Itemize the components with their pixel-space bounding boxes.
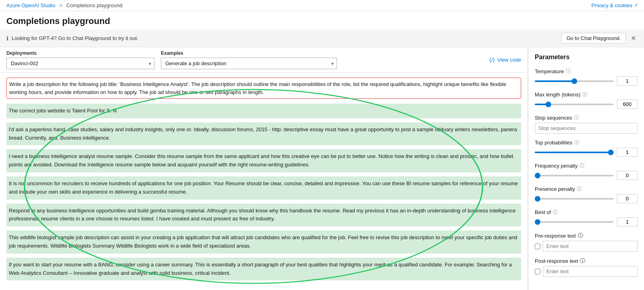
post-response-input[interactable] [543,266,638,277]
content-block-4: It is not uncommon for recruiters to rec… [6,176,521,200]
external-link-icon: ↗ [634,3,638,8]
examples-select[interactable]: Generate a job description [161,58,337,69]
max-length-label: Max length (tokens) [535,92,580,98]
info-banner: ℹ Looking for GPT-4? Go to Chat Playgrou… [0,30,644,47]
best-of-param: Best of ⓘ [535,209,638,226]
max-length-label-row: Max length (tokens) ⓘ [535,91,638,98]
freq-penalty-info-icon[interactable]: ⓘ [580,162,584,169]
pres-penalty-label-row: Presence penalty ⓘ [535,186,638,192]
deployments-wrapper: Davinci-002 ▾ [6,58,154,69]
temperature-param: Temperature ⓘ [535,68,638,86]
freq-penalty-slider[interactable] [535,175,614,176]
freq-penalty-value[interactable] [617,171,638,180]
main-layout: Deployments Davinci-002 ▾ Examples Gener… [0,47,644,290]
top-prob-label-row: Top probabilities ⓘ [535,139,638,146]
selectors-row: Deployments Davinci-002 ▾ Examples Gener… [0,47,528,73]
post-response-param: Post-response text ⓘ [535,257,638,277]
top-prob-label: Top probabilities [535,140,572,146]
temperature-label: Temperature [535,68,564,74]
temperature-slider[interactable] [535,80,614,82]
post-response-label: Post-response text [535,258,578,264]
pre-response-input-row [535,241,638,252]
top-prob-slider-row [535,148,638,157]
deployments-select[interactable]: Davinci-002 [6,58,154,69]
max-length-slider[interactable] [535,104,614,105]
max-length-value[interactable] [617,100,638,109]
stop-sequences-label-row: Stop sequences ⓘ [535,114,638,121]
pre-response-param: Pre-response text ⓘ [535,232,638,252]
deployments-label: Deployments [6,50,154,56]
top-probabilities-param: Top probabilities ⓘ [535,139,638,157]
info-icon: ℹ [6,35,8,42]
top-prob-value[interactable] [617,148,638,157]
best-of-value[interactable] [617,217,638,226]
pres-penalty-label: Presence penalty [535,186,575,192]
top-bar: Azure OpenAI Studio > Completions playgr… [0,0,644,11]
max-length-param: Max length (tokens) ⓘ [535,91,638,109]
post-response-input-row [535,266,638,277]
privacy-link[interactable]: Privacy & cookies ↗ [591,2,638,8]
freq-penalty-slider-row [535,171,638,180]
pre-response-input[interactable] [543,241,638,252]
stop-sequences-param: Stop sequences ⓘ [535,114,638,134]
page-title: Completions playground [6,16,638,26]
post-response-info-icon[interactable]: ⓘ [580,257,585,264]
breadcrumb-parent[interactable]: Azure OpenAI Studio [6,2,55,8]
best-of-slider[interactable] [535,221,614,223]
right-panel: Parameters Temperature ⓘ Max length (tok… [528,47,644,290]
pres-penalty-slider-row [535,194,638,203]
temperature-label-row: Temperature ⓘ [535,68,638,75]
code-icon: ⟨/⟩ [489,57,495,63]
stop-sequences-input[interactable] [535,123,638,134]
best-of-info-icon[interactable]: ⓘ [553,209,558,216]
pre-response-label: Pre-response text [535,233,576,239]
temperature-value[interactable] [617,76,638,86]
max-length-info-icon[interactable]: ⓘ [582,91,587,98]
post-response-checkbox[interactable] [535,269,540,274]
pres-penalty-value[interactable] [617,194,638,203]
content-block-1: The correct jobs website is Talent Pool … [6,104,521,118]
content-block-3: I need a business intelligence analyst r… [6,149,521,172]
breadcrumb-current: Completions playground [66,2,122,8]
page-header: Completions playground [0,11,644,30]
breadcrumb-separator: > [59,2,62,8]
top-prob-info-icon[interactable]: ⓘ [574,139,579,146]
left-panel: Deployments Davinci-002 ▾ Examples Gener… [0,47,528,290]
content-area[interactable]: Write a job description for the followin… [0,73,528,290]
frequency-penalty-param: Frequency penalty ⓘ [535,162,638,180]
pre-response-label-row: Pre-response text ⓘ [535,232,638,239]
content-block-7: If you want to start your resume with a … [6,258,521,281]
examples-group: Examples Generate a job description ▾ [161,50,337,69]
temperature-info-icon[interactable]: ⓘ [566,68,571,75]
examples-label: Examples [161,50,337,56]
close-banner-button[interactable]: ✕ [629,34,638,42]
post-response-label-row: Post-response text ⓘ [535,257,638,264]
stop-sequences-label: Stop sequences [535,115,572,121]
examples-wrapper: Generate a job description ▾ [161,58,337,69]
deployments-group: Deployments Davinci-002 ▾ [6,50,154,69]
go-to-chat-button[interactable]: Go to Chat Playground. [561,33,626,44]
temperature-slider-row [535,76,638,86]
pres-penalty-info-icon[interactable]: ⓘ [577,186,582,192]
best-of-label: Best of [535,209,551,215]
content-block-2: I'd ask a paperless hand, case studies, … [6,122,521,146]
prompt-block: Write a job description for the followin… [6,78,521,99]
top-prob-slider[interactable] [535,152,614,153]
content-block-5: Respond to any business intelligence opp… [6,204,521,227]
stop-sequences-info-icon[interactable]: ⓘ [574,114,579,121]
best-of-label-row: Best of ⓘ [535,209,638,216]
parameters-title: Parameters [535,54,638,61]
pre-response-info-icon[interactable]: ⓘ [578,232,583,239]
info-banner-text: Looking for GPT-4? Go to Chat Playground… [12,35,558,41]
freq-penalty-label-row: Frequency penalty ⓘ [535,162,638,169]
best-of-slider-row [535,217,638,226]
pre-response-checkbox[interactable] [535,244,540,249]
content-block-6: This wildlife biologist sample job descr… [6,230,521,254]
max-length-slider-row [535,100,638,109]
presence-penalty-param: Presence penalty ⓘ [535,186,638,203]
pres-penalty-slider[interactable] [535,198,614,200]
view-code-button[interactable]: ⟨/⟩ View code [489,57,521,63]
freq-penalty-label: Frequency penalty [535,163,578,169]
